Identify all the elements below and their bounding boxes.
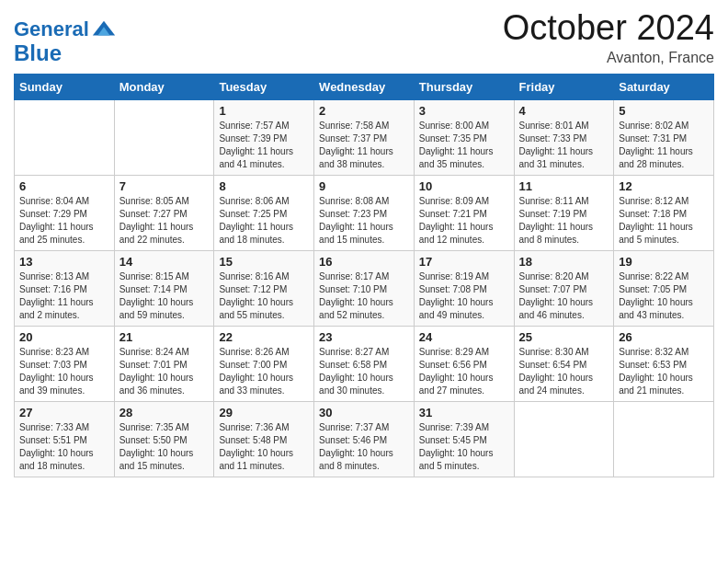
day-info: Sunrise: 8:17 AMSunset: 7:10 PMDaylight:…	[319, 270, 409, 322]
calendar-cell: 7Sunrise: 8:05 AMSunset: 7:27 PMDaylight…	[114, 175, 214, 250]
day-info: Sunrise: 8:15 AMSunset: 7:14 PMDaylight:…	[119, 270, 210, 322]
day-number: 4	[519, 104, 609, 118]
day-info: Sunrise: 7:37 AMSunset: 5:46 PMDaylight:…	[319, 421, 409, 473]
day-number: 27	[19, 406, 109, 419]
day-info: Sunrise: 8:16 AMSunset: 7:12 PMDaylight:…	[219, 270, 309, 322]
day-number: 2	[319, 104, 409, 118]
day-number: 24	[419, 330, 509, 344]
calendar-cell: 28Sunrise: 7:35 AMSunset: 5:50 PMDayligh…	[114, 401, 214, 477]
day-info: Sunrise: 8:23 AMSunset: 7:03 PMDaylight:…	[19, 346, 109, 397]
day-info: Sunrise: 8:11 AMSunset: 7:19 PMDaylight:…	[519, 195, 609, 247]
calendar-cell: 1Sunrise: 7:57 AMSunset: 7:39 PMDaylight…	[214, 99, 314, 175]
calendar-cell: 14Sunrise: 8:15 AMSunset: 7:14 PMDayligh…	[114, 250, 214, 326]
week-row-4: 20Sunrise: 8:23 AMSunset: 7:03 PMDayligh…	[15, 326, 714, 401]
day-header-row: SundayMondayTuesdayWednesdayThursdayFrid…	[15, 74, 714, 99]
day-number: 29	[219, 406, 309, 419]
day-info: Sunrise: 8:32 AMSunset: 6:53 PMDaylight:…	[619, 346, 709, 397]
calendar-cell: 16Sunrise: 8:17 AMSunset: 7:10 PMDayligh…	[314, 250, 415, 326]
calendar-cell: 9Sunrise: 8:08 AMSunset: 7:23 PMDaylight…	[314, 175, 415, 250]
header-friday: Friday	[514, 74, 614, 99]
day-info: Sunrise: 7:36 AMSunset: 5:48 PMDaylight:…	[219, 421, 309, 473]
calendar-cell: 17Sunrise: 8:19 AMSunset: 7:08 PMDayligh…	[414, 250, 514, 326]
week-row-3: 13Sunrise: 8:13 AMSunset: 7:16 PMDayligh…	[15, 250, 714, 326]
day-info: Sunrise: 8:12 AMSunset: 7:18 PMDaylight:…	[619, 195, 709, 247]
logo-icon	[91, 17, 117, 42]
week-row-1: 1Sunrise: 7:57 AMSunset: 7:39 PMDaylight…	[15, 99, 714, 175]
calendar-cell	[614, 401, 714, 477]
day-info: Sunrise: 7:33 AMSunset: 5:51 PMDaylight:…	[19, 421, 109, 473]
day-number: 3	[419, 104, 509, 118]
day-number: 6	[19, 179, 109, 193]
calendar-cell: 6Sunrise: 8:04 AMSunset: 7:29 PMDaylight…	[15, 175, 115, 250]
day-number: 16	[319, 255, 409, 269]
calendar-cell: 11Sunrise: 8:11 AMSunset: 7:19 PMDayligh…	[514, 175, 614, 250]
header-saturday: Saturday	[614, 74, 714, 99]
day-number: 25	[519, 330, 609, 344]
header-wednesday: Wednesday	[314, 74, 415, 99]
day-number: 15	[219, 255, 309, 269]
calendar-cell: 21Sunrise: 8:24 AMSunset: 7:01 PMDayligh…	[114, 326, 214, 401]
calendar-cell: 12Sunrise: 8:12 AMSunset: 7:18 PMDayligh…	[614, 175, 714, 250]
day-info: Sunrise: 8:22 AMSunset: 7:05 PMDaylight:…	[619, 270, 709, 322]
day-number: 22	[219, 330, 309, 344]
title-area: October 2024 Avanton, France	[503, 9, 714, 66]
day-number: 23	[319, 330, 409, 344]
day-number: 11	[519, 179, 609, 193]
header-monday: Monday	[114, 74, 214, 99]
calendar-cell: 24Sunrise: 8:29 AMSunset: 6:56 PMDayligh…	[414, 326, 514, 401]
day-info: Sunrise: 8:19 AMSunset: 7:08 PMDaylight:…	[419, 270, 509, 322]
day-info: Sunrise: 8:09 AMSunset: 7:21 PMDaylight:…	[419, 195, 509, 247]
day-info: Sunrise: 8:29 AMSunset: 6:56 PMDaylight:…	[419, 346, 509, 397]
day-number: 19	[619, 255, 709, 269]
day-number: 10	[419, 179, 509, 193]
header-sunday: Sunday	[15, 74, 115, 99]
calendar-cell: 31Sunrise: 7:39 AMSunset: 5:45 PMDayligh…	[414, 401, 514, 477]
calendar-cell: 22Sunrise: 8:26 AMSunset: 7:00 PMDayligh…	[214, 326, 314, 401]
day-number: 17	[419, 255, 509, 269]
week-row-5: 27Sunrise: 7:33 AMSunset: 5:51 PMDayligh…	[15, 401, 714, 477]
calendar-cell: 10Sunrise: 8:09 AMSunset: 7:21 PMDayligh…	[414, 175, 514, 250]
day-number: 26	[619, 330, 709, 344]
day-number: 31	[419, 406, 509, 419]
day-number: 9	[319, 179, 409, 193]
day-info: Sunrise: 8:24 AMSunset: 7:01 PMDaylight:…	[119, 346, 210, 397]
day-info: Sunrise: 8:06 AMSunset: 7:25 PMDaylight:…	[219, 195, 309, 247]
calendar-cell: 26Sunrise: 8:32 AMSunset: 6:53 PMDayligh…	[614, 326, 714, 401]
header: General Blue October 2024 Avanton, Franc…	[14, 9, 714, 66]
day-number: 12	[619, 179, 709, 193]
day-info: Sunrise: 8:13 AMSunset: 7:16 PMDaylight:…	[19, 270, 109, 322]
calendar-cell: 29Sunrise: 7:36 AMSunset: 5:48 PMDayligh…	[214, 401, 314, 477]
day-info: Sunrise: 8:01 AMSunset: 7:33 PMDaylight:…	[519, 120, 609, 171]
day-info: Sunrise: 8:00 AMSunset: 7:35 PMDaylight:…	[419, 120, 509, 171]
day-info: Sunrise: 7:35 AMSunset: 5:50 PMDaylight:…	[119, 421, 210, 473]
logo: General Blue	[14, 17, 117, 64]
day-number: 18	[519, 255, 609, 269]
day-number: 7	[119, 179, 210, 193]
day-info: Sunrise: 8:26 AMSunset: 7:00 PMDaylight:…	[219, 346, 309, 397]
day-info: Sunrise: 8:08 AMSunset: 7:23 PMDaylight:…	[319, 195, 409, 247]
calendar-cell: 2Sunrise: 7:58 AMSunset: 7:37 PMDaylight…	[314, 99, 415, 175]
day-number: 20	[19, 330, 109, 344]
calendar-cell	[114, 99, 214, 175]
calendar-cell	[514, 401, 614, 477]
location: Avanton, France	[503, 50, 714, 66]
day-info: Sunrise: 8:27 AMSunset: 6:58 PMDaylight:…	[319, 346, 409, 397]
calendar-cell: 3Sunrise: 8:00 AMSunset: 7:35 PMDaylight…	[414, 99, 514, 175]
calendar-cell: 23Sunrise: 8:27 AMSunset: 6:58 PMDayligh…	[314, 326, 415, 401]
day-number: 5	[619, 104, 709, 118]
day-info: Sunrise: 8:05 AMSunset: 7:27 PMDaylight:…	[119, 195, 210, 247]
day-number: 28	[119, 406, 210, 419]
calendar-cell: 27Sunrise: 7:33 AMSunset: 5:51 PMDayligh…	[15, 401, 115, 477]
calendar-cell: 25Sunrise: 8:30 AMSunset: 6:54 PMDayligh…	[514, 326, 614, 401]
day-number: 1	[219, 104, 309, 118]
day-number: 13	[19, 255, 109, 269]
day-number: 30	[319, 406, 409, 419]
month-title: October 2024	[503, 9, 714, 48]
calendar-cell: 19Sunrise: 8:22 AMSunset: 7:05 PMDayligh…	[614, 250, 714, 326]
logo-blue-text: Blue	[14, 42, 62, 64]
day-info: Sunrise: 7:57 AMSunset: 7:39 PMDaylight:…	[219, 120, 309, 171]
day-info: Sunrise: 8:20 AMSunset: 7:07 PMDaylight:…	[519, 270, 609, 322]
calendar-cell: 5Sunrise: 8:02 AMSunset: 7:31 PMDaylight…	[614, 99, 714, 175]
week-row-2: 6Sunrise: 8:04 AMSunset: 7:29 PMDaylight…	[15, 175, 714, 250]
header-tuesday: Tuesday	[214, 74, 314, 99]
